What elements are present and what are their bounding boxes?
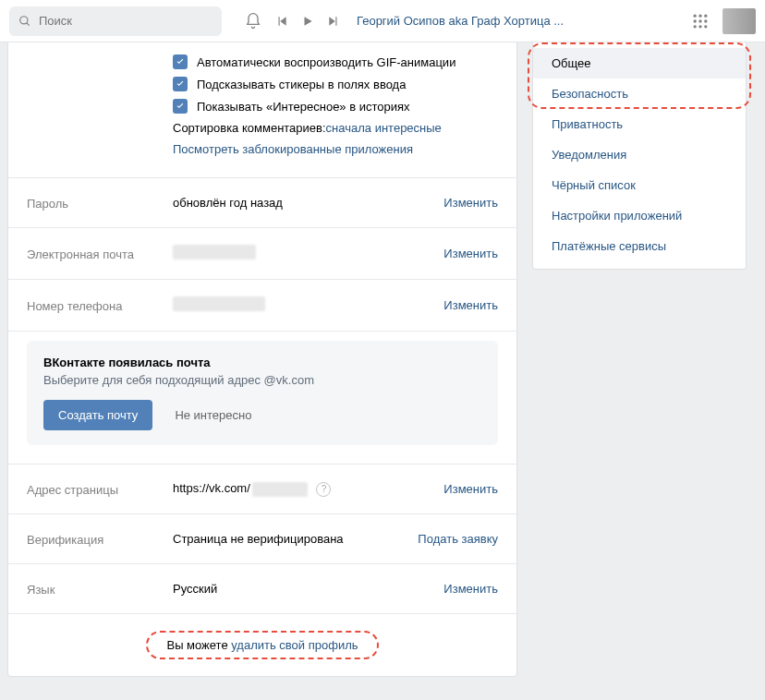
lang-change-link[interactable]: Изменить [443, 582, 498, 596]
verify-label: Верификация [27, 531, 173, 547]
email-value [173, 245, 406, 262]
top-right [691, 8, 756, 34]
nowplaying-label[interactable]: Георгий Осипов aka Граф Хортица ... [357, 14, 564, 28]
svg-point-6 [698, 19, 701, 22]
search-container[interactable] [9, 6, 222, 36]
sort-label: Сортировка комментариев: [173, 121, 326, 135]
svg-point-5 [694, 19, 697, 22]
mail-promo: ВКонтакте появилась почта Выберите для с… [27, 341, 498, 445]
svg-line-1 [27, 22, 30, 25]
lang-value: Русский [173, 582, 406, 596]
delete-profile-link[interactable]: удалить свой профиль [231, 638, 358, 652]
sidebar-item-notifications[interactable]: Уведомления [533, 139, 746, 170]
delete-profile-highlight: Вы можете удалить свой профиль [146, 631, 378, 659]
email-change-link[interactable]: Изменить [443, 247, 498, 260]
footer-prefix: Вы можете [166, 638, 231, 652]
svg-point-2 [694, 14, 697, 17]
dismiss-mail-link[interactable]: Не интересно [175, 408, 251, 422]
footer: Вы можете удалить свой профиль [8, 614, 516, 676]
checkbox-stories[interactable]: Показывать «Интересное» в историях [173, 95, 498, 117]
sidebar-item-general[interactable]: Общее [533, 48, 746, 78]
svg-point-8 [694, 25, 697, 28]
svg-point-3 [698, 14, 701, 17]
checkmark-icon [173, 77, 188, 91]
svg-point-4 [704, 14, 707, 17]
checkbox-gif-label: Автоматически воспроизводить GIF-анимаци… [197, 55, 455, 69]
mail-promo-title: ВКонтакте появилась почта [43, 356, 481, 369]
checkbox-stories-label: Показывать «Интересное» в историях [197, 100, 410, 114]
verify-apply-link[interactable]: Подать заявку [418, 532, 498, 546]
sidebar-item-payments[interactable]: Платёжные сервисы [533, 231, 746, 261]
help-icon[interactable]: ? [316, 482, 331, 497]
email-label: Электронная почта [27, 246, 173, 261]
avatar[interactable] [722, 8, 756, 34]
phone-label: Номер телефона [27, 297, 173, 313]
create-mail-button[interactable]: Создать почту [43, 400, 152, 430]
svg-point-0 [20, 16, 28, 23]
verify-value: Страница не верифицирована [173, 532, 406, 546]
address-label: Адрес страницы [27, 481, 173, 497]
checkbox-stickers-label: Подсказывать стикеры в полях ввода [197, 78, 406, 91]
search-icon [18, 15, 31, 28]
svg-point-10 [704, 25, 707, 28]
address-value: https://vk.com/ ? [173, 481, 406, 497]
sidebar-item-privacy[interactable]: Приватность [533, 109, 746, 139]
sort-value-link[interactable]: сначала интересные [326, 121, 442, 135]
apps-grid-icon[interactable] [691, 12, 710, 30]
phone-change-link[interactable]: Изменить [443, 298, 498, 312]
sidebar-item-app-settings[interactable]: Настройки приложений [533, 200, 746, 231]
password-label: Пароль [27, 195, 173, 211]
topbar: Георгий Осипов aka Граф Хортица ... [0, 0, 765, 42]
settings-sidebar: Общее Безопасность Приватность Уведомлен… [532, 42, 747, 270]
next-track-icon[interactable] [327, 15, 340, 28]
blocked-apps-link[interactable]: Посмотреть заблокированные приложения [173, 142, 413, 156]
address-change-link[interactable]: Изменить [443, 482, 498, 496]
checkbox-gif[interactable]: Автоматически воспроизводить GIF-анимаци… [173, 51, 498, 73]
top-icons [244, 12, 340, 30]
checkmark-icon [173, 54, 188, 69]
checkbox-stickers[interactable]: Подсказывать стикеры в полях ввода [173, 73, 498, 95]
lang-label: Язык [27, 581, 173, 597]
mail-promo-sub: Выберите для себя подходящий адрес @vk.c… [43, 373, 481, 387]
password-value: обновлён год назад [173, 196, 406, 210]
settings-main-panel: Автоматически воспроизводить GIF-анимаци… [7, 42, 517, 677]
checkmark-icon [173, 99, 188, 114]
password-change-link[interactable]: Изменить [443, 196, 498, 210]
sidebar-item-security[interactable]: Безопасность [533, 78, 746, 109]
sidebar-item-blacklist[interactable]: Чёрный список [533, 170, 746, 200]
phone-value [173, 296, 406, 314]
bell-icon[interactable] [244, 12, 262, 30]
svg-point-9 [698, 25, 701, 28]
search-input[interactable] [37, 13, 212, 29]
svg-point-7 [704, 19, 707, 22]
play-icon[interactable] [301, 15, 314, 28]
prev-track-icon[interactable] [275, 15, 288, 28]
